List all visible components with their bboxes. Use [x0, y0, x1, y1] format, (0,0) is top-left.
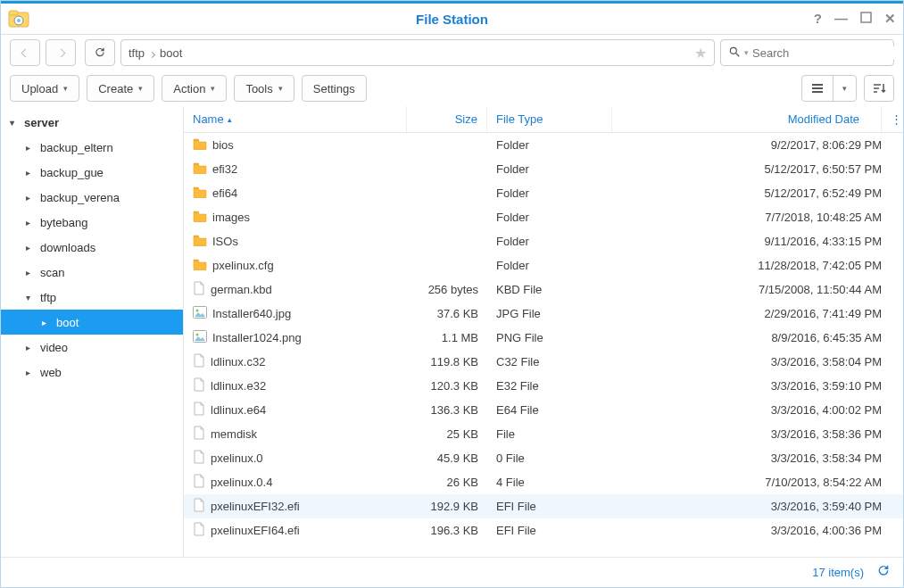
tree-root[interactable]: ▾ server	[1, 110, 183, 135]
file-type: 4 File	[487, 476, 612, 489]
sidebar-item-label: downloads	[40, 241, 95, 254]
file-icon	[193, 353, 205, 370]
search-input[interactable]	[752, 46, 902, 60]
sidebar-item-backup_verena[interactable]: ▸backup_verena	[1, 185, 183, 210]
sidebar-item-label: scan	[40, 266, 64, 279]
sidebar-item-backup_eltern[interactable]: ▸backup_eltern	[1, 135, 183, 160]
file-name: ldlinux.c32	[211, 355, 265, 369]
file-type: File	[487, 427, 612, 441]
file-name: german.kbd	[211, 283, 272, 296]
file-name: pxelinux.cfg	[212, 259, 274, 272]
sidebar-item-bytebang[interactable]: ▸bytebang	[1, 210, 183, 235]
upload-button[interactable]: Upload▾	[10, 75, 79, 102]
file-name: pxelinuxEFI32.efi	[211, 500, 300, 513]
sidebar-item-label: tftp	[40, 291, 56, 304]
file-row[interactable]: ISOsFolder9/11/2016, 4:33:15 PM	[184, 229, 903, 253]
sidebar-item-video[interactable]: ▸video	[1, 335, 183, 360]
file-type: Folder	[487, 138, 612, 152]
file-size: 1.1 MB	[407, 331, 487, 344]
forward-button[interactable]	[46, 39, 76, 66]
sort-button[interactable]	[864, 75, 894, 102]
sidebar-item-boot[interactable]: ▸boot	[1, 310, 183, 335]
sidebar-item-label: web	[40, 366, 62, 379]
file-row[interactable]: german.kbd256 bytesKBD File7/15/2008, 11…	[184, 277, 903, 302]
file-date: 2/29/2016, 7:41:49 PM	[612, 307, 903, 320]
file-name: pxelinux.0	[211, 451, 263, 465]
breadcrumb-seg-0[interactable]: tftp	[129, 46, 145, 60]
file-row[interactable]: ldlinux.c32119.8 KBC32 File3/3/2016, 3:5…	[184, 350, 903, 374]
sidebar-item-label: bytebang	[40, 216, 88, 229]
file-row[interactable]: pxelinux.cfgFolder11/28/2018, 7:42:05 PM	[184, 253, 903, 277]
minimize-icon[interactable]: —	[834, 11, 848, 27]
file-name: ldlinux.e32	[211, 379, 266, 393]
col-size[interactable]: Size	[407, 106, 487, 132]
file-row[interactable]: memdisk25 KBFile3/3/2016, 3:58:36 PM	[184, 422, 903, 446]
file-row[interactable]: ldlinux.e32120.3 KBE32 File3/3/2016, 3:5…	[184, 374, 903, 398]
sort-asc-icon: ▴	[228, 115, 232, 124]
file-date: 3/3/2016, 3:58:04 PM	[612, 355, 903, 369]
sidebar-item-scan[interactable]: ▸scan	[1, 260, 183, 285]
reload-button[interactable]	[85, 39, 115, 66]
back-button[interactable]	[10, 39, 40, 66]
breadcrumb-seg-1[interactable]: boot	[160, 46, 182, 60]
file-type: Folder	[487, 235, 612, 248]
file-row[interactable]: pxelinuxEFI64.efi196.3 KBEFI File3/3/201…	[184, 518, 903, 542]
file-row[interactable]: efi64Folder5/12/2017, 6:52:49 PM	[184, 181, 903, 205]
collapse-icon: ▾	[26, 293, 37, 302]
file-row[interactable]: Installer1024.png1.1 MBPNG File8/9/2016,…	[184, 326, 903, 350]
file-date: 11/28/2018, 7:42:05 PM	[612, 259, 903, 272]
file-size: 26 KB	[407, 476, 487, 489]
tools-button[interactable]: Tools▾	[234, 75, 294, 102]
favorite-icon[interactable]: ★	[694, 45, 707, 62]
close-icon[interactable]: ✕	[884, 11, 896, 27]
window-title: File Station	[416, 12, 488, 27]
file-name: efi32	[212, 162, 237, 176]
file-icon	[193, 450, 205, 467]
file-area: Name▴ Size File Type Modified Date ⋮ bio…	[184, 106, 903, 557]
col-type[interactable]: File Type	[487, 106, 612, 132]
col-name[interactable]: Name▴	[184, 106, 407, 132]
file-row[interactable]: pxelinux.0.426 KB4 File7/10/2013, 8:54:2…	[184, 470, 903, 494]
file-row[interactable]: ldlinux.e64136.3 KBE64 File3/3/2016, 4:0…	[184, 398, 903, 422]
refresh-icon[interactable]	[876, 564, 891, 582]
file-date: 7/7/2018, 10:48:25 AM	[612, 211, 903, 224]
search-box[interactable]: ▾	[720, 39, 894, 66]
file-row[interactable]: pxelinux.045.9 KB0 File3/3/2016, 3:58:34…	[184, 446, 903, 470]
toolbar: Upload▾ Create▾ Action▾ Tools▾ Settings …	[1, 70, 903, 106]
app-icon	[8, 8, 29, 29]
chevron-right-icon	[150, 46, 154, 60]
file-date: 3/3/2016, 3:59:40 PM	[612, 500, 903, 513]
search-icon	[728, 46, 741, 61]
action-button[interactable]: Action▾	[162, 75, 227, 102]
svg-point-5	[730, 47, 736, 54]
file-date: 3/3/2016, 4:00:36 PM	[612, 524, 903, 537]
file-icon	[193, 377, 205, 394]
col-date[interactable]: Modified Date	[612, 106, 882, 132]
sidebar-item-web[interactable]: ▸web	[1, 360, 183, 385]
file-name: Installer1024.png	[212, 331, 302, 344]
image-icon	[193, 306, 207, 321]
column-menu-icon[interactable]: ⋮	[882, 106, 903, 132]
list-view-button[interactable]	[802, 76, 834, 101]
maximize-icon[interactable]	[860, 11, 872, 27]
help-icon[interactable]: ?	[814, 11, 822, 27]
view-mode-dropdown[interactable]: ▾	[834, 76, 856, 101]
item-count: 17 item(s)	[812, 566, 864, 579]
file-row[interactable]: efi32Folder5/12/2017, 6:50:57 PM	[184, 157, 903, 181]
create-button[interactable]: Create▾	[87, 75, 154, 102]
file-size: 25 KB	[407, 427, 487, 441]
file-type: EFI File	[487, 524, 612, 537]
file-row[interactable]: imagesFolder7/7/2018, 10:48:25 AM	[184, 205, 903, 229]
expand-icon: ▸	[26, 343, 37, 352]
file-type: C32 File	[487, 355, 612, 369]
settings-button[interactable]: Settings	[302, 75, 367, 102]
file-row[interactable]: biosFolder9/2/2017, 8:06:29 PM	[184, 133, 903, 157]
file-row[interactable]: Installer640.jpg37.6 KBJPG File2/29/2016…	[184, 302, 903, 326]
sidebar-item-tftp[interactable]: ▾tftp	[1, 285, 183, 310]
sidebar-item-backup_gue[interactable]: ▸backup_gue	[1, 160, 183, 185]
sidebar-item-downloads[interactable]: ▸downloads	[1, 235, 183, 260]
breadcrumb[interactable]: tftp boot ★	[120, 39, 715, 66]
expand-icon: ▸	[26, 243, 37, 253]
search-scope-caret[interactable]: ▾	[744, 48, 749, 57]
file-row[interactable]: pxelinuxEFI32.efi192.9 KBEFI File3/3/201…	[184, 494, 903, 518]
